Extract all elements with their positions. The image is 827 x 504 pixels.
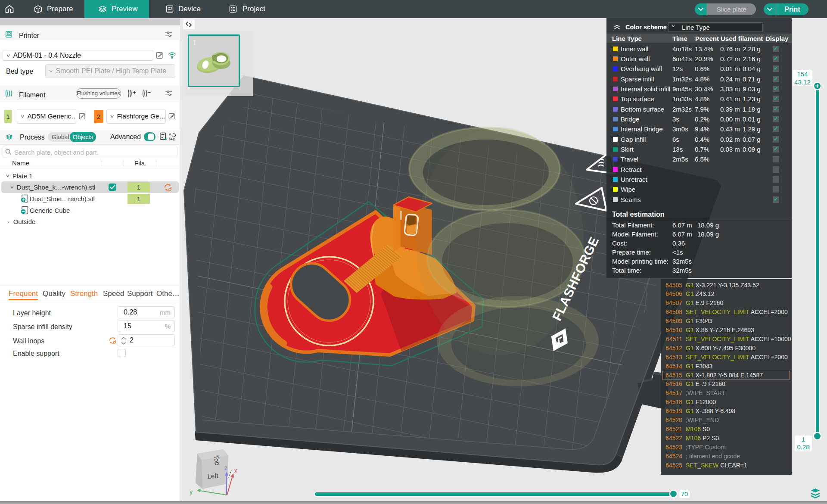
svg-text:A: A [169, 132, 171, 137]
svg-text:x: x [234, 467, 237, 474]
svg-text:z: z [224, 464, 227, 471]
svg-text:Left: Left [207, 472, 219, 480]
svg-text:B: B [173, 137, 175, 141]
svg-text:y: y [190, 488, 193, 495]
